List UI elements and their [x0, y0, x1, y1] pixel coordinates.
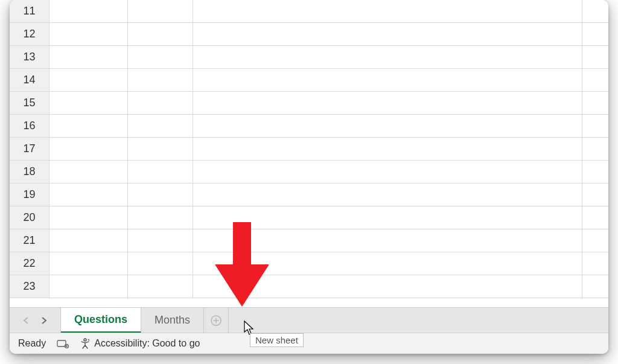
cell[interactable]: [128, 23, 193, 45]
cell[interactable]: [193, 206, 582, 229]
cell[interactable]: [128, 229, 193, 252]
cell[interactable]: [49, 115, 128, 137]
next-sheet-button[interactable]: [35, 310, 53, 331]
grid-row[interactable]: 14: [10, 69, 608, 92]
cell[interactable]: [49, 184, 128, 206]
cell[interactable]: [128, 92, 193, 114]
cell[interactable]: [49, 229, 128, 252]
row-header[interactable]: 17: [10, 138, 49, 160]
cell[interactable]: [582, 275, 608, 298]
grid-row[interactable]: 19: [10, 184, 608, 206]
cell[interactable]: [49, 69, 128, 91]
cell[interactable]: [128, 0, 193, 22]
cell[interactable]: [582, 229, 608, 252]
plus-circle-icon: [210, 315, 222, 327]
cell[interactable]: [582, 0, 608, 22]
cell[interactable]: [128, 206, 193, 229]
grid-row[interactable]: 15: [10, 92, 608, 115]
cell[interactable]: [582, 206, 608, 229]
new-sheet-tooltip: New sheet: [250, 333, 304, 347]
new-sheet-button[interactable]: [204, 308, 228, 333]
sheet-nav-buttons: [10, 308, 61, 333]
cell[interactable]: [128, 161, 193, 183]
cell[interactable]: [49, 92, 128, 114]
grid-row[interactable]: 23: [10, 275, 608, 298]
cell[interactable]: [49, 138, 128, 160]
grid-row[interactable]: 20: [10, 206, 608, 229]
grid-row[interactable]: 18: [10, 161, 608, 184]
row-header[interactable]: 20: [10, 206, 49, 229]
cell[interactable]: [193, 184, 582, 206]
cell[interactable]: [193, 46, 582, 68]
grid-row[interactable]: 13: [10, 46, 608, 69]
cell[interactable]: [49, 46, 128, 68]
cell[interactable]: [193, 92, 582, 114]
grid-row[interactable]: 22: [10, 252, 608, 275]
spreadsheet-grid[interactable]: 11 12 13 14 15: [10, 0, 608, 307]
svg-point-3: [66, 345, 68, 346]
cell[interactable]: [193, 115, 582, 137]
cell[interactable]: [193, 161, 582, 183]
cell[interactable]: [49, 0, 128, 22]
cell[interactable]: [49, 275, 128, 298]
row-header[interactable]: 21: [10, 229, 49, 252]
cell[interactable]: [193, 0, 582, 22]
row-header[interactable]: 18: [10, 161, 49, 183]
excel-window: 11 12 13 14 15: [10, 0, 608, 354]
cell[interactable]: [582, 92, 608, 114]
grid-row[interactable]: 11: [10, 0, 608, 23]
grid-row[interactable]: 16: [10, 115, 608, 138]
cell[interactable]: [582, 252, 608, 275]
svg-rect-1: [57, 340, 66, 346]
row-header[interactable]: 13: [10, 46, 49, 68]
row-header[interactable]: 23: [10, 275, 49, 298]
cell[interactable]: [49, 252, 128, 275]
cell[interactable]: [582, 46, 608, 68]
cell[interactable]: [128, 46, 193, 68]
sheet-tab-strip: Questions Months: [10, 307, 608, 333]
sheet-tab-months[interactable]: Months: [141, 308, 204, 333]
cell[interactable]: [193, 275, 582, 298]
status-bar: Ready Accessibility: Good to go: [10, 333, 608, 354]
cell[interactable]: [582, 161, 608, 183]
row-header[interactable]: 19: [10, 184, 49, 206]
cell[interactable]: [582, 138, 608, 160]
grid-row[interactable]: 12: [10, 23, 608, 46]
status-ready: Ready: [18, 338, 46, 349]
cell[interactable]: [128, 184, 193, 206]
grid-row[interactable]: 17: [10, 138, 608, 161]
macro-recorder-icon[interactable]: [57, 339, 69, 348]
cell[interactable]: [49, 23, 128, 45]
cell[interactable]: [128, 69, 193, 91]
cell[interactable]: [193, 23, 582, 45]
cell[interactable]: [582, 115, 608, 137]
row-header[interactable]: 11: [10, 0, 49, 22]
prev-sheet-button[interactable]: [17, 310, 35, 331]
row-header[interactable]: 14: [10, 69, 49, 91]
cell[interactable]: [128, 252, 193, 275]
grid-row[interactable]: 21: [10, 229, 608, 252]
row-header[interactable]: 15: [10, 92, 49, 114]
accessibility-status[interactable]: Accessibility: Good to go: [80, 338, 200, 349]
cell[interactable]: [49, 161, 128, 183]
cell[interactable]: [193, 229, 582, 252]
cell[interactable]: [582, 69, 608, 91]
row-header[interactable]: 22: [10, 252, 49, 275]
cell[interactable]: [128, 115, 193, 137]
cell[interactable]: [128, 138, 193, 160]
cell[interactable]: [582, 23, 608, 45]
cell[interactable]: [582, 184, 608, 206]
cell[interactable]: [128, 275, 193, 298]
cell[interactable]: [193, 252, 582, 275]
chevron-right-icon: [41, 317, 47, 324]
accessibility-icon: [80, 338, 91, 349]
cell[interactable]: [193, 69, 582, 91]
svg-point-4: [84, 339, 86, 341]
cell[interactable]: [49, 206, 128, 229]
cell[interactable]: [193, 138, 582, 160]
row-header[interactable]: 16: [10, 115, 49, 137]
sheet-tab-questions[interactable]: Questions: [61, 308, 141, 333]
row-header[interactable]: 12: [10, 23, 49, 45]
tab-strip-filler: [228, 308, 608, 333]
accessibility-label: Accessibility: Good to go: [94, 338, 200, 349]
